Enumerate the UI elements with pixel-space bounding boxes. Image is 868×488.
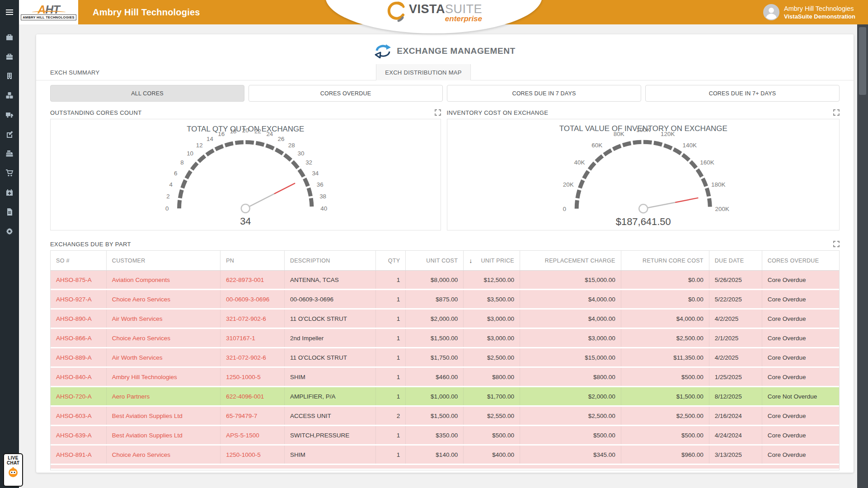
- cell-customer[interactable]: Choice Aero Services: [106, 446, 220, 464]
- table-row[interactable]: AHSO-891-AChoice Aero Services1250-1000-…: [51, 446, 839, 465]
- column-header-customer[interactable]: CUSTOMER: [106, 251, 220, 270]
- tab-exch-summary[interactable]: EXCH SUMMARY: [50, 64, 100, 80]
- table-row[interactable]: AHSO-890-AAir Worth Services321-072-902-…: [51, 310, 839, 329]
- table-row[interactable]: AHSO-889-AAir Worth Services321-072-902-…: [51, 348, 839, 368]
- cell-so[interactable]: AHSO-927-A: [51, 290, 106, 308]
- gear-icon[interactable]: [5, 227, 14, 235]
- table-row[interactable]: AHSO-866-AChoice Aero Services3107167-12…: [51, 329, 839, 348]
- panel-title: EXCHANGES DUE BY PART: [50, 241, 131, 248]
- menu-icon[interactable]: [0, 0, 19, 24]
- cell-unit_cost: $8,000.00: [405, 271, 463, 289]
- cell-so[interactable]: AHSO-639-A: [51, 426, 106, 444]
- company-logo[interactable]: AHT AMBRY HILL TECHNOLOGIES: [19, 0, 78, 24]
- svg-text:28: 28: [288, 142, 295, 149]
- svg-text:34: 34: [240, 216, 251, 227]
- cell-customer[interactable]: Ambry Hill Technologies: [106, 368, 220, 386]
- panel-exchanges-due: EXCHANGES DUE BY PART SO #CUSTOMERPNDESC…: [50, 239, 840, 470]
- cell-pn[interactable]: 65-79479-7: [220, 407, 284, 425]
- expand-icon[interactable]: [833, 109, 840, 116]
- cell-pn[interactable]: 1250-1000-5: [220, 446, 284, 464]
- cell-pn[interactable]: 321-072-902-6: [220, 348, 284, 366]
- filter-cores-due-7plus-days[interactable]: CORES DUE IN 7+ DAYS: [645, 85, 840, 102]
- cell-description: SWITCH,PRESSURE: [284, 426, 375, 444]
- cell-customer[interactable]: Air Worth Services: [106, 348, 220, 366]
- column-header-replacement_charge[interactable]: REPLACEMENT CHARGE: [520, 251, 621, 270]
- cart-icon[interactable]: [5, 169, 14, 177]
- cell-customer[interactable]: Aviation Components: [106, 271, 220, 289]
- filter-all-cores[interactable]: ALL CORES: [50, 85, 244, 102]
- cell-so[interactable]: AHSO-875-A: [51, 271, 106, 289]
- cell-qty: 1: [375, 426, 406, 444]
- cell-so[interactable]: AHSO-890-A: [51, 310, 106, 328]
- svg-text:0: 0: [165, 205, 169, 212]
- cell-customer[interactable]: Choice Aero Services: [106, 329, 220, 347]
- cell-customer[interactable]: Aero Partners: [106, 387, 220, 405]
- cell-description: 11 O'CLOCK STRUT: [284, 310, 375, 328]
- calendar-plus-icon[interactable]: [5, 188, 14, 197]
- cell-customer[interactable]: Best Aviation Supplies Ltd: [106, 426, 220, 444]
- svg-text:26: 26: [278, 136, 285, 142]
- scrollbar[interactable]: [857, 24, 868, 488]
- column-header-status[interactable]: CORES OVERDUE: [762, 251, 839, 270]
- column-header-return_core_cost[interactable]: RETURN CORE COST: [621, 251, 709, 270]
- edit-icon[interactable]: [5, 130, 14, 138]
- briefcase-icon[interactable]: [5, 33, 14, 41]
- table-row[interactable]: AHSO-720-AAero Partners622-4096-001AMPLI…: [51, 387, 839, 407]
- cell-so[interactable]: AHSO-891-A: [51, 446, 106, 464]
- filter-cores-due-7-days[interactable]: CORES DUE IN 7 DAYS: [447, 85, 641, 102]
- expand-icon[interactable]: [833, 241, 840, 247]
- cell-pn[interactable]: 1250-1000-5: [220, 368, 284, 386]
- cell-pn[interactable]: 622-8973-001: [220, 271, 284, 289]
- live-chat-button[interactable]: LIVE CHAT: [3, 453, 23, 487]
- table-row-partial[interactable]: [51, 465, 839, 469]
- building-icon[interactable]: [5, 72, 14, 80]
- table-row[interactable]: AHSO-603-ABest Aviation Supplies Ltd65-7…: [51, 407, 839, 426]
- briefcase-icon-2[interactable]: [5, 52, 14, 61]
- cell-unit_price: $500.00: [463, 426, 520, 444]
- cell-so[interactable]: AHSO-866-A: [51, 329, 106, 347]
- expand-icon[interactable]: [435, 109, 441, 116]
- tab-exch-distribution-map[interactable]: EXCH DISTRIBUTION MAP: [376, 64, 471, 80]
- cell-so[interactable]: AHSO-603-A: [51, 407, 106, 425]
- gauge-total-inventory-value: TOTAL VALUE OF INVENTORY ON EXCHANGE020K…: [447, 119, 840, 230]
- table-row[interactable]: AHSO-927-AChoice Aero Services00-0609-3-…: [51, 290, 839, 310]
- cell-unit_price: $3,000.00: [463, 310, 520, 328]
- table-row[interactable]: AHSO-840-AAmbry Hill Technologies1250-10…: [51, 368, 839, 387]
- cell-customer[interactable]: Best Aviation Supplies Ltd: [106, 407, 220, 425]
- table-row[interactable]: AHSO-639-ABest Aviation Supplies LtdAPS-…: [51, 426, 839, 446]
- column-header-qty[interactable]: QTY: [375, 251, 406, 270]
- cell-so[interactable]: AHSO-720-A: [51, 387, 106, 405]
- cell-due_date: 3/13/2025: [709, 446, 762, 464]
- column-header-unit_cost[interactable]: UNIT COST: [405, 251, 463, 270]
- cell-unit_price: $2,550.00: [463, 407, 520, 425]
- cell-so[interactable]: AHSO-889-A: [51, 348, 106, 366]
- cell-pn[interactable]: 622-4096-001: [220, 387, 284, 405]
- cash-register-icon[interactable]: [5, 150, 14, 158]
- cell-unit_price: $1,700.00: [463, 387, 520, 405]
- svg-text:120K: 120K: [660, 131, 674, 137]
- cell-pn[interactable]: 3107167-1: [220, 329, 284, 347]
- cell-customer[interactable]: Choice Aero Services: [106, 290, 220, 308]
- cell-status: Core Overdue: [762, 426, 839, 444]
- file-icon[interactable]: [5, 208, 14, 216]
- cell-pn[interactable]: 00-0609-3-0696: [220, 290, 284, 308]
- column-header-unit_price[interactable]: ↓UNIT PRICE: [463, 251, 520, 270]
- cell-replacement_charge: $3,000.00: [520, 329, 621, 347]
- filter-cores-overdue[interactable]: CORES OVERDUE: [249, 85, 443, 102]
- cell-return_core_cost: $2,500.00: [621, 329, 709, 347]
- scrollbar-thumb[interactable]: [859, 27, 866, 95]
- cubes-icon[interactable]: [5, 91, 14, 99]
- cell-pn[interactable]: APS-5-1500: [220, 426, 284, 444]
- table-row[interactable]: AHSO-875-AAviation Components622-8973-00…: [51, 271, 839, 290]
- column-header-description[interactable]: DESCRIPTION: [284, 251, 375, 270]
- cell-customer[interactable]: Air Worth Services: [106, 310, 220, 328]
- cell-so[interactable]: AHSO-840-A: [51, 368, 106, 386]
- column-header-pn[interactable]: PN: [220, 251, 284, 270]
- truck-icon[interactable]: [5, 111, 14, 119]
- svg-text:14: 14: [206, 136, 213, 142]
- column-header-due_date[interactable]: DUE DATE: [709, 251, 762, 270]
- cell-pn[interactable]: 321-072-902-6: [220, 310, 284, 328]
- cell-qty: 2: [375, 407, 406, 425]
- user-menu[interactable]: Ambry Hill Technologies VistaSuite Demon…: [763, 4, 855, 20]
- column-header-so[interactable]: SO #: [51, 251, 106, 270]
